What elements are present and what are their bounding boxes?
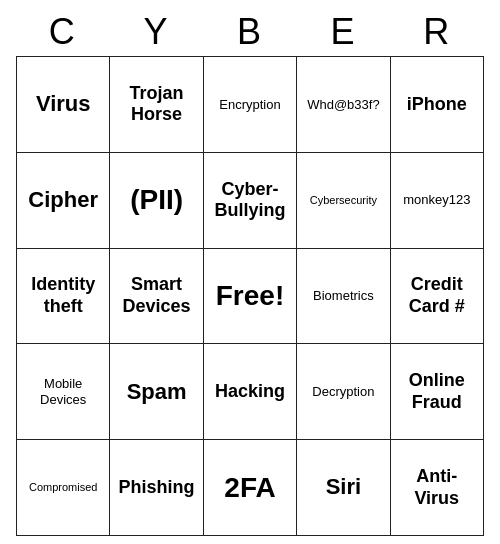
cell-2-0: Identity theft <box>17 249 110 345</box>
bingo-grid: VirusTrojan HorseEncryptionWhd@b33f?iPho… <box>16 56 484 536</box>
cell-2-3: Biometrics <box>297 249 390 345</box>
cell-1-0: Cipher <box>17 153 110 249</box>
bingo-header: CYBER <box>16 8 484 56</box>
cell-3-0: Mobile Devices <box>17 344 110 440</box>
cell-2-2: Free! <box>204 249 297 345</box>
cell-0-0: Virus <box>17 57 110 153</box>
cell-0-2: Encryption <box>204 57 297 153</box>
header-letter: E <box>297 8 391 56</box>
cell-2-1: Smart Devices <box>110 249 203 345</box>
cell-4-1: Phishing <box>110 440 203 536</box>
header-letter: B <box>203 8 297 56</box>
cell-4-4: Anti-Virus <box>391 440 484 536</box>
cell-4-3: Siri <box>297 440 390 536</box>
cell-3-1: Spam <box>110 344 203 440</box>
cell-2-4: Credit Card # <box>391 249 484 345</box>
cell-1-4: monkey123 <box>391 153 484 249</box>
cell-3-2: Hacking <box>204 344 297 440</box>
cell-0-1: Trojan Horse <box>110 57 203 153</box>
cell-1-1: (PII) <box>110 153 203 249</box>
cell-0-4: iPhone <box>391 57 484 153</box>
cell-0-3: Whd@b33f? <box>297 57 390 153</box>
cell-3-4: Online Fraud <box>391 344 484 440</box>
cell-4-2: 2FA <box>204 440 297 536</box>
header-letter: Y <box>110 8 204 56</box>
cell-4-0: Compromised <box>17 440 110 536</box>
cell-1-2: Cyber-Bullying <box>204 153 297 249</box>
cell-3-3: Decryption <box>297 344 390 440</box>
header-letter: R <box>390 8 484 56</box>
cell-1-3: Cybersecurity <box>297 153 390 249</box>
header-letter: C <box>16 8 110 56</box>
